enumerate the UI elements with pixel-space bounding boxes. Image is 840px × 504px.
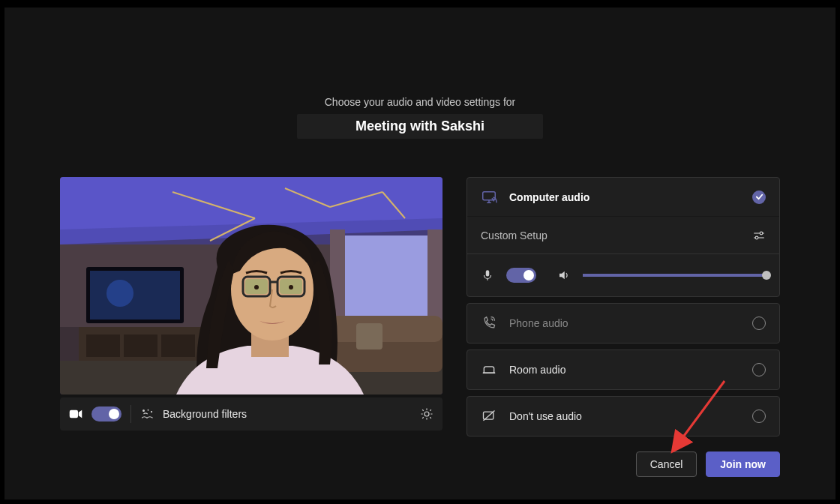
background-filters-label[interactable]: Background filters	[163, 408, 411, 420]
mic-icon	[481, 268, 494, 282]
svg-point-33	[142, 410, 145, 412]
video-controls-bar: Background filters	[60, 398, 442, 430]
header-subtitle: Choose your audio and video settings for	[4, 96, 836, 108]
audio-option-none-card: Don't use audio	[466, 396, 780, 436]
audio-option-phone-card: Phone audio	[466, 303, 780, 344]
audio-option-computer[interactable]: Computer audio	[467, 178, 779, 217]
volume-slider[interactable]	[583, 274, 766, 277]
no-audio-label: Don't use audio	[509, 410, 740, 422]
no-audio-icon	[481, 408, 497, 424]
svg-rect-22	[356, 323, 382, 350]
footer-buttons: Cancel Join now	[636, 452, 780, 477]
svg-point-14	[106, 280, 134, 307]
svg-point-34	[148, 410, 149, 411]
svg-point-38	[760, 232, 763, 235]
meeting-title: Meeting with Sakshi	[356, 118, 484, 134]
svg-rect-32	[70, 410, 78, 418]
video-preview-image	[60, 177, 442, 394]
svg-rect-13	[90, 271, 180, 320]
computer-audio-icon	[481, 189, 497, 206]
svg-point-30	[254, 285, 259, 290]
audio-option-room[interactable]: Room audio	[467, 350, 779, 389]
mic-toggle[interactable]	[506, 268, 536, 283]
computer-audio-card: Computer audio Custom Setup	[466, 177, 780, 297]
svg-rect-18	[161, 334, 195, 357]
room-audio-icon	[481, 362, 497, 378]
video-panel: Background filters	[60, 177, 442, 436]
svg-rect-17	[124, 334, 158, 357]
custom-setup-row[interactable]: Custom Setup	[467, 217, 779, 254]
video-preview	[60, 177, 442, 394]
content: Background filters Computer audio	[60, 177, 780, 436]
phone-audio-label: Phone audio	[509, 317, 740, 329]
radio-checked-icon	[752, 190, 766, 204]
camera-icon	[69, 409, 82, 419]
camera-toggle[interactable]	[92, 406, 122, 422]
meeting-title-field[interactable]: Meeting with Sakshi	[297, 114, 543, 139]
svg-rect-41	[486, 270, 490, 276]
prejoin-screen: Choose your audio and video settings for…	[4, 8, 836, 500]
radio-unchecked-icon	[752, 363, 766, 376]
svg-rect-4	[338, 236, 435, 326]
audio-option-phone[interactable]: Phone audio	[467, 304, 779, 343]
audio-panel: Computer audio Custom Setup	[466, 177, 780, 436]
audio-option-room-card: Room audio	[466, 350, 780, 390]
divider	[130, 405, 131, 423]
svg-rect-42	[483, 372, 496, 374]
gear-icon[interactable]	[420, 407, 434, 421]
room-audio-label: Room audio	[509, 364, 740, 376]
svg-rect-21	[330, 316, 442, 342]
svg-point-40	[755, 236, 758, 239]
radio-unchecked-icon	[752, 316, 766, 330]
custom-setup-label: Custom Setup	[481, 230, 548, 242]
join-now-button[interactable]: Join now	[706, 452, 780, 477]
svg-rect-16	[86, 334, 120, 357]
radio-unchecked-icon	[752, 410, 766, 423]
phone-audio-icon	[481, 315, 497, 332]
cancel-button[interactable]: Cancel	[636, 452, 698, 477]
svg-point-35	[151, 411, 152, 412]
background-filters-icon	[140, 407, 154, 421]
audio-option-none[interactable]: Don't use audio	[467, 397, 779, 436]
mic-volume-row	[467, 254, 779, 296]
header: Choose your audio and video settings for…	[4, 96, 836, 139]
computer-audio-label: Computer audio	[509, 191, 740, 203]
svg-point-31	[289, 285, 293, 290]
speaker-icon	[557, 268, 571, 282]
sliders-icon	[752, 229, 766, 242]
